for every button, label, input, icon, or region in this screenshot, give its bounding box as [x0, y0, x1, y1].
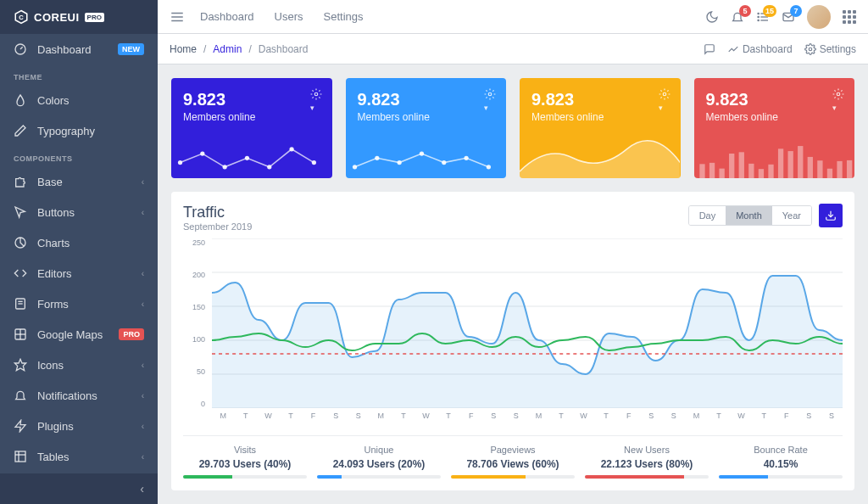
footer-stat-label: Pageviews [451, 445, 575, 455]
subheader-speech-link[interactable] [704, 43, 715, 55]
svg-point-37 [375, 156, 379, 160]
header-nav-dashboard[interactable]: Dashboard [200, 10, 254, 23]
progress-bar [719, 475, 843, 479]
badge-pro: PRO [119, 328, 144, 340]
gear-icon[interactable]: ▾ [832, 88, 844, 113]
svg-point-40 [442, 160, 446, 165]
nav-section-theme: THEME [0, 64, 158, 85]
footer-stat-4: Bounce Rate 40.15% [719, 445, 843, 479]
footer-stat-value: 40.15% [719, 458, 843, 470]
svg-point-35 [488, 92, 492, 96]
sidebar-item-googlemaps[interactable]: Google Maps PRO [0, 319, 158, 350]
bell-icon[interactable]: 5 [731, 10, 744, 24]
svg-rect-57 [817, 160, 822, 178]
stat-card-0: 9.823 Members online ▾ [171, 78, 332, 178]
svg-point-36 [352, 165, 356, 169]
sidebar: C COREUI PRO Dashboard NEW THEME Colors … [0, 0, 158, 504]
breadcrumb-home[interactable]: Home [170, 43, 197, 55]
stat-card-2: 9.823 Members online ▾ [520, 78, 681, 178]
nav-label: Charts [37, 237, 70, 249]
menu-toggle-button[interactable] [170, 9, 185, 25]
progress-bar [585, 475, 709, 479]
subheader: Home / Admin / Dashboard Dashboard Setti… [158, 34, 868, 64]
gear-icon[interactable]: ▾ [310, 88, 322, 113]
sidebar-item-buttons[interactable]: Buttons ‹ [0, 197, 158, 227]
svg-point-26 [809, 48, 812, 51]
code-icon [14, 266, 27, 280]
sidebar-item-icons[interactable]: Icons ‹ [0, 350, 158, 380]
chevron-left-icon: ‹ [142, 177, 144, 187]
svg-rect-46 [709, 163, 714, 178]
footer-stat-value: 22.123 Users (80%) [585, 458, 709, 470]
svg-marker-12 [15, 420, 25, 431]
svg-point-31 [245, 156, 249, 160]
range-day-button[interactable]: Day [689, 206, 726, 225]
nav-label: Buttons [37, 206, 75, 219]
range-year-button[interactable]: Year [772, 206, 811, 225]
drop-icon [14, 93, 27, 107]
brand[interactable]: C COREUI PRO [0, 0, 158, 34]
footer-stat-1: Unique 24.093 Users (20%) [317, 445, 441, 479]
sidebar-item-plugins[interactable]: Plugins ‹ [0, 411, 158, 441]
list-icon[interactable]: 15 [756, 10, 770, 24]
sidebar-item-forms[interactable]: Forms ‹ [0, 288, 158, 319]
nav-label: Plugins [37, 420, 74, 433]
sidebar-item-base[interactable]: Base ‹ [0, 166, 158, 197]
footer-stat-value: 29.703 Users (40%) [183, 458, 307, 470]
footer-stat-value: 78.706 Views (60%) [451, 458, 575, 470]
avatar[interactable] [807, 5, 831, 29]
svg-point-39 [419, 151, 423, 155]
brand-name: COREUI [34, 11, 80, 24]
subheader-settings-link[interactable]: Settings [804, 43, 856, 55]
svg-rect-59 [837, 161, 842, 178]
apps-grid-icon[interactable] [843, 10, 856, 24]
svg-rect-58 [826, 169, 832, 178]
sidebar-item-editors[interactable]: Editors ‹ [0, 258, 158, 288]
svg-point-44 [837, 92, 840, 96]
svg-point-34 [312, 160, 316, 165]
star-icon [14, 358, 27, 372]
nav-label: Tables [37, 451, 70, 463]
sidebar-item-dashboard[interactable]: Dashboard NEW [0, 34, 158, 64]
progress-bar [183, 475, 307, 479]
svg-rect-55 [798, 146, 803, 178]
sidebar-minimize-button[interactable]: ‹ [0, 473, 158, 504]
footer-stat-0: Visits 29.703 Users (40%) [183, 445, 307, 479]
sidebar-item-notifications[interactable]: Notifications ‹ [0, 380, 158, 411]
range-toggle: Day Month Year [688, 205, 812, 226]
header-nav-users[interactable]: Users [275, 10, 303, 23]
chevron-left-icon: ‹ [142, 361, 144, 370]
svg-marker-11 [14, 359, 25, 370]
download-button[interactable] [819, 204, 843, 227]
gear-icon[interactable]: ▾ [659, 88, 670, 113]
moon-icon[interactable] [705, 10, 719, 24]
stat-label: Members online [531, 111, 669, 123]
envelope-icon[interactable]: 7 [782, 10, 795, 24]
breadcrumb-admin[interactable]: Admin [213, 43, 242, 55]
breadcrumb-separator: / [203, 43, 206, 55]
sidebar-item-charts[interactable]: Charts [0, 227, 158, 258]
stat-card-1: 9.823 Members online ▾ [346, 78, 507, 178]
sidebar-item-colors[interactable]: Colors [0, 85, 158, 115]
header-nav-settings[interactable]: Settings [324, 10, 364, 23]
subheader-dashboard-link[interactable]: Dashboard [727, 43, 793, 55]
svg-rect-45 [699, 164, 704, 178]
sidebar-item-typography[interactable]: Typography [0, 115, 158, 146]
stat-label: Members online [706, 111, 843, 123]
sidebar-item-tables[interactable]: Tables ‹ [0, 441, 158, 472]
svg-point-38 [397, 160, 401, 165]
badge-count: 5 [739, 5, 751, 17]
brand-logo-icon: C [14, 9, 29, 25]
traffic-chart: 250200150100500 MTWTFSSMTWTFSSMTWTFSSMTW… [183, 238, 843, 425]
mini-chart [171, 136, 332, 178]
range-month-button[interactable]: Month [726, 206, 772, 225]
svg-point-22 [758, 13, 759, 14]
progress-bar [451, 475, 575, 479]
gear-icon[interactable]: ▾ [484, 88, 496, 113]
breadcrumb-separator: / [248, 43, 251, 55]
svg-point-27 [314, 92, 318, 96]
svg-point-32 [267, 165, 271, 169]
svg-point-23 [758, 16, 759, 17]
svg-rect-13 [15, 451, 25, 462]
traffic-title: Traffic [183, 204, 252, 221]
